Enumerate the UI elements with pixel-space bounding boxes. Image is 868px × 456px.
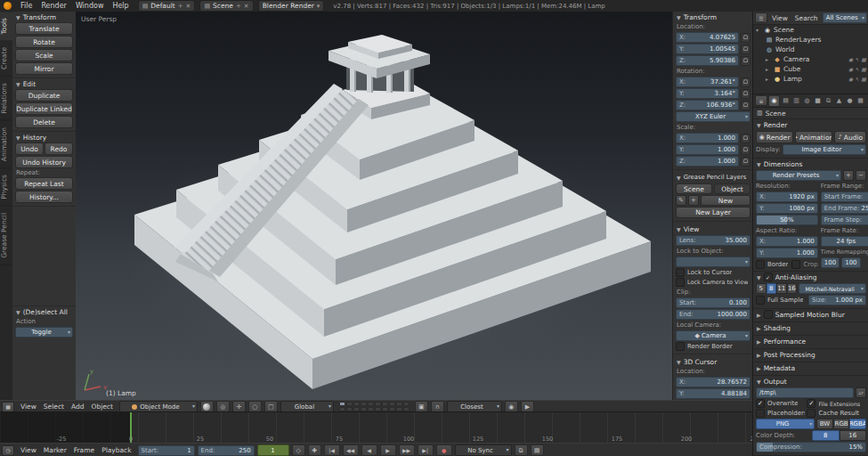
scale-y-field[interactable]: Y:1.000 [676, 144, 739, 155]
play-button[interactable]: ▶ [380, 444, 396, 456]
current-frame-field[interactable]: 1 [257, 444, 289, 456]
collapse-triangle-icon[interactable]: ▾ [756, 27, 761, 33]
gpencil-new-button[interactable]: New [701, 195, 750, 206]
channels-rgb[interactable]: RGB [833, 419, 850, 429]
toolshelf-tab[interactable]: Create [0, 41, 12, 77]
end-frame-field[interactable]: End Frame:250 [821, 203, 868, 214]
depth-8[interactable]: 8 [812, 430, 840, 441]
outliner-filter-dropdown[interactable]: All Scenes [823, 12, 867, 23]
crop-checkbox[interactable]: Crop [791, 260, 817, 269]
editor-type-button[interactable]: ◷ [2, 445, 14, 456]
tab-object-data[interactable]: ▲ [834, 96, 844, 106]
record-button[interactable]: ● [436, 444, 452, 456]
aspect-y-field[interactable]: Y:1.000 [756, 248, 818, 258]
operator-panel-header[interactable]: ▼ (De)select All [12, 306, 76, 317]
top-menu-item[interactable]: Render [37, 0, 70, 12]
file-extensions-checkbox[interactable]: File Extensions [807, 399, 866, 408]
remove-preset-button[interactable]: − [856, 170, 866, 181]
toolshelf-button[interactable]: Delete [15, 116, 73, 128]
prev-keyframe-button[interactable]: ◀◀ [343, 444, 359, 456]
rotation-mode-dropdown[interactable]: XYZ Euler [676, 111, 750, 122]
channels-bw[interactable]: BW [816, 419, 833, 429]
aa-samples-16[interactable]: 16 [787, 283, 798, 294]
panel-header-transform[interactable]: ▼ Transform [12, 12, 76, 22]
panel-header-render[interactable]: ▼ Render [753, 119, 868, 130]
location-z-field[interactable]: Z:5.90386 [676, 55, 739, 66]
cache-result-checkbox[interactable]: Cache Result [807, 409, 866, 418]
copy-pose-icon[interactable]: ⧉ [515, 444, 528, 456]
next-keyframe-button[interactable]: ▶▶ [399, 444, 415, 456]
start-frame-field[interactable]: Start Frame:1 [821, 191, 868, 202]
lock-icon[interactable] [741, 101, 750, 110]
add-preset-button[interactable]: + [843, 170, 854, 181]
panel-header-grease-pencil[interactable]: ▼ Grease Pencil Layers [673, 172, 753, 183]
scale-z-field[interactable]: Z:1.000 [676, 156, 739, 167]
renderability-toggle[interactable]: ▦ [861, 56, 866, 62]
lock-icon[interactable] [741, 45, 750, 54]
tab-material[interactable]: ● [845, 96, 855, 106]
layer-toggle[interactable] [375, 402, 381, 406]
visibility-toggle[interactable]: ◉ [848, 56, 853, 62]
timeline-menu-item[interactable]: Frame [70, 444, 98, 456]
lock-icon[interactable] [741, 56, 750, 66]
lens-field[interactable]: Lens:35.000 [676, 235, 750, 246]
rotation-x-field[interactable]: X:37.261° [676, 77, 739, 87]
resolution-percentage-slider[interactable]: 50% [756, 215, 818, 225]
top-menu-item[interactable]: Window [71, 0, 109, 12]
undo-button[interactable]: Undo [15, 142, 44, 155]
lock-icon[interactable] [741, 134, 750, 143]
editor-type-button[interactable]: ▦ [2, 402, 14, 412]
clip-start-field[interactable]: Start:0.100 [676, 297, 750, 308]
timeline-menu-item[interactable]: Marker [40, 444, 70, 456]
redo-button[interactable]: Redo [45, 142, 73, 155]
timeline-ruler[interactable]: -250255075100125150175200225 [0, 411, 752, 444]
paste-pose-icon[interactable]: ▤ [531, 444, 544, 456]
viewport-3d[interactable]: User Persp (1) Lamp x y [76, 12, 672, 400]
outliner-row-renderlayers[interactable]: ▤ RenderLayers [753, 35, 868, 45]
outliner-view-menu[interactable]: View [769, 12, 791, 24]
lock-to-cursor-checkbox[interactable]: Lock to Cursor [676, 268, 732, 277]
lock-icon[interactable] [741, 145, 750, 155]
aspect-x-field[interactable]: X:1.000 [756, 236, 818, 247]
lock-to-object-dropdown[interactable] [676, 256, 750, 267]
channels-rgba[interactable]: RGBA [849, 419, 866, 429]
expand-triangle-icon[interactable]: ▸ [766, 76, 771, 82]
toolshelf-tab[interactable]: Relations [0, 77, 12, 120]
full-sample-checkbox[interactable]: Full Sample [756, 296, 807, 305]
folder-icon[interactable]: ▱ [856, 387, 866, 398]
render-button[interactable]: ◉Render [756, 131, 793, 143]
outliner-search-menu[interactable]: Search [792, 12, 821, 24]
outliner-row-camera[interactable]: ▸ ◆ Camera ◉↖▦ [753, 54, 868, 64]
toolshelf-button[interactable]: Rotate [15, 36, 73, 48]
repeat-last-button[interactable]: Repeat Last [15, 177, 73, 190]
panel-header-motion-blur[interactable]: ▶ Sampled Motion Blur [753, 309, 868, 320]
toolshelf-tab[interactable]: Physics [0, 168, 12, 207]
action-dropdown[interactable]: Toggle [15, 327, 73, 338]
panel-header-history[interactable]: ▼ History [12, 132, 76, 142]
output-path-field[interactable]: /tmp\ [756, 387, 854, 398]
lock-icon[interactable] [741, 89, 750, 99]
resolution-y-field[interactable]: Y:1080 px [756, 203, 818, 214]
panel-header-edit[interactable]: ▼ Edit [12, 78, 76, 89]
layer-toggle[interactable] [339, 402, 345, 406]
panel-header-3d-cursor[interactable]: ▼ 3D Cursor [673, 356, 753, 367]
layer-toggle[interactable] [361, 402, 367, 406]
time-remap-old-field[interactable]: 100 [821, 257, 840, 268]
toolshelf-button[interactable]: Translate [15, 22, 73, 35]
layer-toggle[interactable] [389, 402, 395, 406]
outliner-row-cube[interactable]: ▸ ■ Cube ◉↖▦ [753, 64, 868, 74]
aa-samples-8[interactable]: 8 [767, 283, 777, 294]
close-scene-icon[interactable]: ✕ [244, 3, 249, 10]
insert-keyframe-icon[interactable]: ✚ [308, 444, 321, 456]
layer-toggle[interactable] [368, 402, 374, 406]
rotation-z-field[interactable]: Z:106.936° [676, 100, 739, 110]
jump-to-start-button[interactable]: |◀ [324, 444, 340, 456]
toolshelf-button[interactable]: Duplicate Linked [15, 102, 73, 115]
tab-constraints[interactable]: ⧉ [823, 96, 833, 106]
cursor-y-field[interactable]: Y:4.88184 [676, 388, 750, 399]
render-border-checkbox[interactable]: Render Border [676, 342, 733, 351]
tab-object[interactable]: ■ [813, 96, 823, 106]
cursor-x-field[interactable]: X:28.76572 [676, 377, 750, 387]
render-audio-button[interactable]: ♪Audio [834, 131, 866, 143]
tab-scene[interactable]: ▥ [791, 96, 801, 106]
